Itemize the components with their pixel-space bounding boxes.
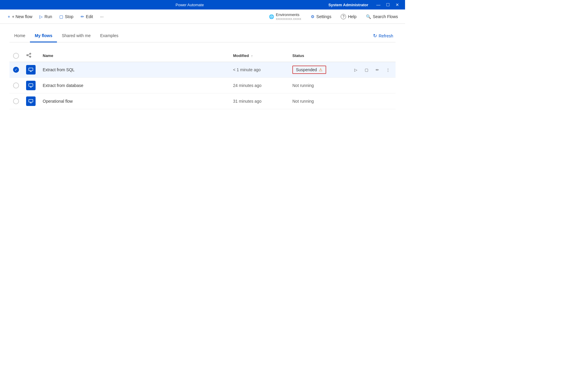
row-play-button[interactable]: ▷ [352,66,360,74]
pencil-icon: ✏ [376,68,379,72]
flow-name: Extract from SQL [43,67,74,72]
new-flow-label: + New flow [12,14,32,19]
svg-rect-5 [29,68,33,71]
row-icon-cell [23,78,39,93]
more-button[interactable]: ··· [97,12,107,21]
table-row[interactable]: Operational flow 31 minutes ago Not runn… [9,93,396,109]
tab-home[interactable]: Home [9,31,30,42]
main-content: Home My flows Shared with me Examples ↻ … [0,24,405,116]
globe-icon: 🌐 [269,14,274,19]
search-button[interactable]: 🔍 Search Flows [364,13,400,20]
desktop-icon [28,67,34,72]
table-row[interactable]: Extract from database 24 minutes ago Not… [9,78,396,93]
refresh-label: Refresh [379,34,393,38]
table-row[interactable]: ✓ Extract from SQL < 1 minute ago [9,62,396,78]
status-badge: Suspended ⚠ [292,66,326,74]
close-button[interactable]: ✕ [393,1,401,9]
svg-point-0 [27,55,28,56]
desktop-icon [28,99,34,104]
environments-button[interactable]: 🌐 Environments xxxxxxxxxx.xxxxx [267,11,304,22]
help-label: Help [348,14,356,19]
col-header-modified[interactable]: Modified ↑ [230,50,289,62]
flow-name-cell: Operational flow [39,93,230,109]
row-checkbox-cell: ✓ [9,62,23,78]
warning-icon: ⚠ [319,67,323,72]
svg-point-2 [30,56,31,57]
flow-status-cell: Suspended ⚠ [289,62,348,78]
flow-modified: < 1 minute ago [233,67,261,72]
play-icon: ▷ [354,68,357,72]
search-icon: 🔍 [366,14,371,19]
tab-my-flows[interactable]: My flows [30,31,57,42]
plus-icon: + [8,14,10,19]
col-header-actions [348,50,396,62]
row-more-button[interactable]: ⋮ [384,66,392,74]
row-edit-button[interactable]: ✏ [373,66,381,74]
row-actions-cell: ▷ ▢ ✏ ⋮ [348,62,396,78]
stop-button[interactable]: ▢ Stop [56,12,77,21]
svg-line-3 [28,54,30,55]
flow-icon [26,65,36,74]
edit-button[interactable]: ✏ Edit [78,12,96,21]
stop-label: Stop [65,14,74,19]
stop-icon: ▢ [59,14,63,19]
edit-label: Edit [86,14,93,19]
refresh-icon: ↻ [373,33,377,39]
col-header-check [9,50,23,62]
settings-label: Settings [316,14,332,19]
row-actions: ▷ ▢ ✏ ⋮ [352,66,392,74]
flow-icon [26,96,36,106]
row-icon-cell [23,93,39,109]
restore-button[interactable]: ☐ [384,1,392,9]
status-text: Not running [292,83,314,88]
row-checkbox-cell [9,78,23,93]
minimize-button[interactable]: — [374,1,383,9]
tab-examples[interactable]: Examples [95,31,123,42]
ellipsis-icon: ⋮ [386,68,390,72]
environments-sub: xxxxxxxxxx.xxxxx [276,17,301,20]
toolbar: + + New flow ▷ Run ▢ Stop ✏ Edit ··· 🌐 E… [0,9,405,24]
flow-modified-cell: 24 minutes ago [230,78,289,93]
table-header-row: Name Modified ↑ Status [9,50,396,62]
settings-button[interactable]: ⚙ Settings [308,13,334,20]
run-button[interactable]: ▷ Run [36,12,55,21]
select-all-checkbox[interactable] [13,53,19,59]
user-name: System Administrator [328,3,368,7]
flow-modified-cell: 31 minutes ago [230,93,289,109]
environments-label: Environments [276,12,299,17]
help-button[interactable]: ? Help [338,13,359,20]
status-text: Suspended [296,67,317,72]
flow-modified: 24 minutes ago [233,83,262,88]
flow-type-icon [26,53,31,58]
col-header-status: Status [289,50,348,62]
row-checkbox[interactable] [13,98,19,104]
flow-name-cell: Extract from SQL [39,62,230,78]
flow-name-cell: Extract from database [39,78,230,93]
flow-table: Name Modified ↑ Status ✓ [9,50,396,109]
svg-point-1 [30,53,31,54]
refresh-button[interactable]: ↻ Refresh [371,32,396,40]
flow-name: Operational flow [43,99,73,104]
col-header-name: Name [39,50,230,62]
flow-name: Extract from database [43,83,83,88]
tab-shared-with-me[interactable]: Shared with me [57,31,95,42]
row-checkbox[interactable]: ✓ [13,67,19,73]
svg-rect-8 [29,84,33,86]
flow-status-cell: Not running [289,93,348,109]
row-icon-cell [23,62,39,78]
run-label: Run [44,14,52,19]
sort-icon: ↑ [251,54,253,58]
edit-icon: ✏ [81,14,84,19]
help-icon: ? [341,14,346,19]
row-checkbox[interactable] [13,83,19,88]
svg-line-4 [28,55,30,56]
col-header-icon [23,50,39,62]
row-actions-cell: ▷ ▢ ✏ ⋮ [348,93,396,109]
title-bar: Power Automate System Administrator — ☐ … [0,0,405,9]
new-flow-button[interactable]: + + New flow [5,12,35,21]
search-label: Search Flows [373,14,398,19]
row-stop-button[interactable]: ▢ [362,66,371,74]
flow-modified-cell: < 1 minute ago [230,62,289,78]
run-icon: ▷ [39,14,43,19]
row-actions-cell: ▷ ▢ ✏ ⋮ [348,78,396,93]
